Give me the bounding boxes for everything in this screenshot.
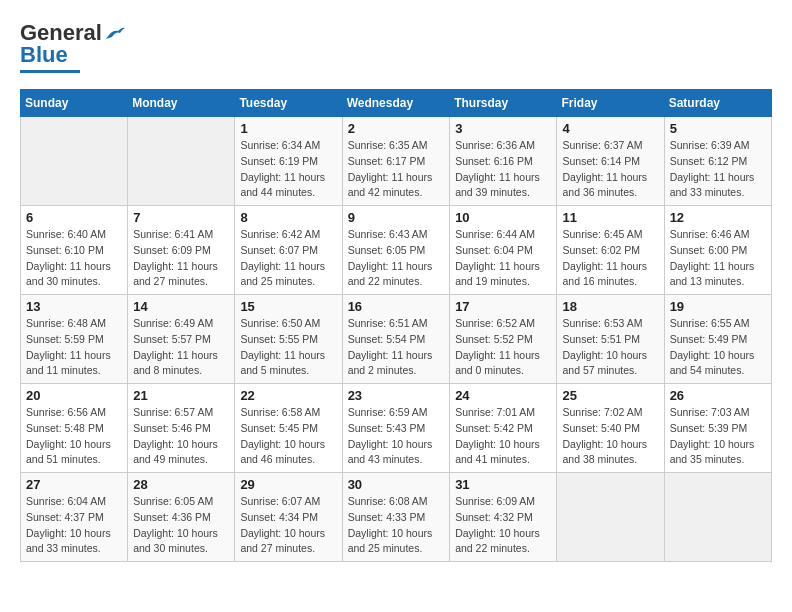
day-number: 5	[670, 121, 766, 136]
calendar-cell: 18Sunrise: 6:53 AMSunset: 5:51 PMDayligh…	[557, 295, 664, 384]
day-info: Sunrise: 6:52 AMSunset: 5:52 PMDaylight:…	[455, 316, 551, 379]
day-number: 22	[240, 388, 336, 403]
calendar-cell: 24Sunrise: 7:01 AMSunset: 5:42 PMDayligh…	[450, 384, 557, 473]
header-saturday: Saturday	[664, 90, 771, 117]
day-number: 29	[240, 477, 336, 492]
calendar-cell: 10Sunrise: 6:44 AMSunset: 6:04 PMDayligh…	[450, 206, 557, 295]
day-number: 13	[26, 299, 122, 314]
day-number: 23	[348, 388, 445, 403]
calendar-cell: 14Sunrise: 6:49 AMSunset: 5:57 PMDayligh…	[128, 295, 235, 384]
day-number: 7	[133, 210, 229, 225]
day-number: 11	[562, 210, 658, 225]
header-sunday: Sunday	[21, 90, 128, 117]
day-info: Sunrise: 6:45 AMSunset: 6:02 PMDaylight:…	[562, 227, 658, 290]
day-info: Sunrise: 6:53 AMSunset: 5:51 PMDaylight:…	[562, 316, 658, 379]
day-info: Sunrise: 6:48 AMSunset: 5:59 PMDaylight:…	[26, 316, 122, 379]
day-info: Sunrise: 6:50 AMSunset: 5:55 PMDaylight:…	[240, 316, 336, 379]
calendar-cell: 3Sunrise: 6:36 AMSunset: 6:16 PMDaylight…	[450, 117, 557, 206]
day-number: 20	[26, 388, 122, 403]
day-number: 12	[670, 210, 766, 225]
day-info: Sunrise: 6:37 AMSunset: 6:14 PMDaylight:…	[562, 138, 658, 201]
day-number: 2	[348, 121, 445, 136]
day-number: 9	[348, 210, 445, 225]
day-info: Sunrise: 6:57 AMSunset: 5:46 PMDaylight:…	[133, 405, 229, 468]
calendar-cell: 9Sunrise: 6:43 AMSunset: 6:05 PMDaylight…	[342, 206, 450, 295]
day-info: Sunrise: 6:44 AMSunset: 6:04 PMDaylight:…	[455, 227, 551, 290]
calendar-cell: 27Sunrise: 6:04 AMSunset: 4:37 PMDayligh…	[21, 473, 128, 562]
header-tuesday: Tuesday	[235, 90, 342, 117]
day-number: 14	[133, 299, 229, 314]
calendar-cell: 15Sunrise: 6:50 AMSunset: 5:55 PMDayligh…	[235, 295, 342, 384]
day-info: Sunrise: 6:58 AMSunset: 5:45 PMDaylight:…	[240, 405, 336, 468]
calendar-cell	[664, 473, 771, 562]
day-number: 16	[348, 299, 445, 314]
day-number: 25	[562, 388, 658, 403]
calendar-cell: 13Sunrise: 6:48 AMSunset: 5:59 PMDayligh…	[21, 295, 128, 384]
day-info: Sunrise: 6:43 AMSunset: 6:05 PMDaylight:…	[348, 227, 445, 290]
day-info: Sunrise: 6:04 AMSunset: 4:37 PMDaylight:…	[26, 494, 122, 557]
header-thursday: Thursday	[450, 90, 557, 117]
calendar-cell: 28Sunrise: 6:05 AMSunset: 4:36 PMDayligh…	[128, 473, 235, 562]
calendar-cell: 11Sunrise: 6:45 AMSunset: 6:02 PMDayligh…	[557, 206, 664, 295]
day-number: 26	[670, 388, 766, 403]
calendar-cell: 1Sunrise: 6:34 AMSunset: 6:19 PMDaylight…	[235, 117, 342, 206]
day-number: 8	[240, 210, 336, 225]
day-number: 31	[455, 477, 551, 492]
day-number: 6	[26, 210, 122, 225]
day-number: 4	[562, 121, 658, 136]
calendar-cell: 30Sunrise: 6:08 AMSunset: 4:33 PMDayligh…	[342, 473, 450, 562]
calendar-cell	[557, 473, 664, 562]
day-number: 10	[455, 210, 551, 225]
calendar-week-row: 13Sunrise: 6:48 AMSunset: 5:59 PMDayligh…	[21, 295, 772, 384]
calendar-cell: 4Sunrise: 6:37 AMSunset: 6:14 PMDaylight…	[557, 117, 664, 206]
day-number: 17	[455, 299, 551, 314]
day-info: Sunrise: 6:59 AMSunset: 5:43 PMDaylight:…	[348, 405, 445, 468]
day-info: Sunrise: 6:35 AMSunset: 6:17 PMDaylight:…	[348, 138, 445, 201]
calendar-cell: 2Sunrise: 6:35 AMSunset: 6:17 PMDaylight…	[342, 117, 450, 206]
day-info: Sunrise: 6:05 AMSunset: 4:36 PMDaylight:…	[133, 494, 229, 557]
day-number: 18	[562, 299, 658, 314]
day-info: Sunrise: 7:01 AMSunset: 5:42 PMDaylight:…	[455, 405, 551, 468]
day-info: Sunrise: 6:56 AMSunset: 5:48 PMDaylight:…	[26, 405, 122, 468]
day-number: 15	[240, 299, 336, 314]
calendar-cell: 25Sunrise: 7:02 AMSunset: 5:40 PMDayligh…	[557, 384, 664, 473]
day-info: Sunrise: 6:39 AMSunset: 6:12 PMDaylight:…	[670, 138, 766, 201]
calendar-cell: 21Sunrise: 6:57 AMSunset: 5:46 PMDayligh…	[128, 384, 235, 473]
calendar-cell: 26Sunrise: 7:03 AMSunset: 5:39 PMDayligh…	[664, 384, 771, 473]
day-info: Sunrise: 6:36 AMSunset: 6:16 PMDaylight:…	[455, 138, 551, 201]
calendar-cell: 16Sunrise: 6:51 AMSunset: 5:54 PMDayligh…	[342, 295, 450, 384]
page-header: General Blue	[20, 20, 772, 73]
day-number: 19	[670, 299, 766, 314]
day-info: Sunrise: 7:02 AMSunset: 5:40 PMDaylight:…	[562, 405, 658, 468]
calendar-week-row: 20Sunrise: 6:56 AMSunset: 5:48 PMDayligh…	[21, 384, 772, 473]
calendar-header-row: SundayMondayTuesdayWednesdayThursdayFrid…	[21, 90, 772, 117]
calendar-cell: 8Sunrise: 6:42 AMSunset: 6:07 PMDaylight…	[235, 206, 342, 295]
calendar-week-row: 1Sunrise: 6:34 AMSunset: 6:19 PMDaylight…	[21, 117, 772, 206]
day-number: 21	[133, 388, 229, 403]
calendar-cell	[128, 117, 235, 206]
day-info: Sunrise: 6:08 AMSunset: 4:33 PMDaylight:…	[348, 494, 445, 557]
calendar-cell: 7Sunrise: 6:41 AMSunset: 6:09 PMDaylight…	[128, 206, 235, 295]
calendar-week-row: 27Sunrise: 6:04 AMSunset: 4:37 PMDayligh…	[21, 473, 772, 562]
logo: General Blue	[20, 20, 126, 73]
day-info: Sunrise: 6:40 AMSunset: 6:10 PMDaylight:…	[26, 227, 122, 290]
calendar-cell: 12Sunrise: 6:46 AMSunset: 6:00 PMDayligh…	[664, 206, 771, 295]
calendar-cell	[21, 117, 128, 206]
logo-blue: Blue	[20, 42, 68, 68]
day-number: 1	[240, 121, 336, 136]
logo-underline	[20, 70, 80, 73]
day-info: Sunrise: 6:55 AMSunset: 5:49 PMDaylight:…	[670, 316, 766, 379]
day-number: 27	[26, 477, 122, 492]
header-monday: Monday	[128, 90, 235, 117]
logo-bird-icon	[104, 25, 126, 41]
calendar-cell: 20Sunrise: 6:56 AMSunset: 5:48 PMDayligh…	[21, 384, 128, 473]
day-info: Sunrise: 6:42 AMSunset: 6:07 PMDaylight:…	[240, 227, 336, 290]
day-number: 30	[348, 477, 445, 492]
day-info: Sunrise: 7:03 AMSunset: 5:39 PMDaylight:…	[670, 405, 766, 468]
day-info: Sunrise: 6:41 AMSunset: 6:09 PMDaylight:…	[133, 227, 229, 290]
calendar-cell: 22Sunrise: 6:58 AMSunset: 5:45 PMDayligh…	[235, 384, 342, 473]
day-info: Sunrise: 6:34 AMSunset: 6:19 PMDaylight:…	[240, 138, 336, 201]
calendar-cell: 6Sunrise: 6:40 AMSunset: 6:10 PMDaylight…	[21, 206, 128, 295]
calendar-cell: 29Sunrise: 6:07 AMSunset: 4:34 PMDayligh…	[235, 473, 342, 562]
day-number: 28	[133, 477, 229, 492]
